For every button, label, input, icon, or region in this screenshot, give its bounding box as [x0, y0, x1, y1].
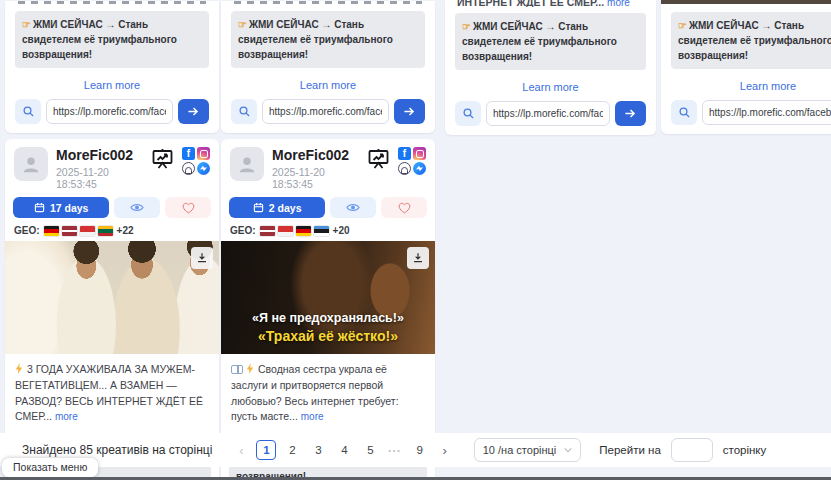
creative-timestamp: 2025-11-20 18:53:45: [56, 166, 150, 190]
per-page-value: 10 /на сторінці: [483, 444, 557, 456]
geo-label: GEO:: [230, 225, 256, 236]
overlay-line-1: «Я не предохранялась!»: [221, 310, 435, 327]
open-book-icon: [231, 365, 243, 374]
creative-card-partial: ИНТЕРНЕТ ЖДЁТ ЕЁ СМЕР... more ЖМИ СЕЙЧАС…: [445, 0, 656, 135]
chevron-down-icon: [564, 447, 572, 453]
stats-presentation-icon[interactable]: [366, 147, 391, 175]
cta-box: ЖМИ СЕЙЧАС → Стань свидетелем её триумфа…: [231, 11, 425, 68]
flag-de-icon: [296, 226, 311, 236]
results-count-text: Знайдено 85 креативів на сторінці: [22, 443, 212, 457]
stats-presentation-icon[interactable]: [150, 147, 175, 175]
open-url-button[interactable]: [615, 101, 646, 126]
learn-more-link[interactable]: Learn more: [300, 79, 356, 91]
column-3: ИНТЕРНЕТ ЖДЁТ ЕЁ СМЕР... more ЖМИ СЕЙЧАС…: [445, 0, 656, 135]
flag-lt-icon: [98, 226, 113, 236]
page-button-2[interactable]: 2: [282, 440, 302, 460]
lightning-icon: [246, 363, 254, 374]
facebook-icon[interactable]: f: [182, 147, 195, 160]
flag-ee-icon: [314, 226, 329, 236]
more-link[interactable]: more: [607, 0, 630, 7]
geo-flags: [44, 226, 113, 236]
views-eye-button[interactable]: [330, 197, 376, 218]
creative-card-partial: ЖМИ СЕЙЧАС → Стань свидетелем её триумфа…: [5, 1, 219, 133]
geo-label: GEO:: [14, 225, 40, 236]
search-icon[interactable]: [15, 99, 41, 124]
clipped-text-row: [18, 1, 206, 4]
clipped-text-row: ИНТЕРНЕТ ЖДЁТ ЕЁ СМЕР... more: [455, 0, 646, 7]
prev-page-button[interactable]: ‹: [232, 443, 250, 458]
creative-image: «Я не предохранялась!» «Трахай её жёстко…: [221, 241, 435, 354]
pointing-hand-icon: [462, 21, 471, 32]
profile-name: MoreFic002: [272, 147, 366, 163]
favorite-heart-button[interactable]: [165, 197, 211, 218]
instagram-icon[interactable]: [413, 147, 426, 160]
flag-de-icon: [44, 226, 59, 236]
creative-body-text: 3 ГОДА УХАЖИВАЛА ЗА МУЖЕМ-ВЕГЕТАТИВЦЕМ..…: [5, 354, 219, 431]
creative-body-text: Сводная сестра украла её заслуги и притв…: [221, 354, 435, 431]
views-eye-button[interactable]: [114, 197, 160, 218]
page-button-5[interactable]: 5: [360, 440, 380, 460]
learn-more-link[interactable]: Learn more: [84, 79, 140, 91]
geo-extra-count: +20: [333, 225, 350, 236]
pagination-ellipsis[interactable]: •••: [388, 447, 401, 454]
clipped-image-edge: [661, 0, 831, 4]
learn-more-link[interactable]: Learn more: [522, 81, 578, 93]
avatar: [230, 147, 264, 181]
landing-url-input[interactable]: [702, 100, 831, 125]
image-text-overlay: «Я не предохранялась!» «Трахай её жёстко…: [221, 310, 435, 346]
flag-rd-icon: [278, 226, 293, 236]
more-link[interactable]: more: [301, 411, 324, 422]
cta-text: ЖМИ СЕЙЧАС → Стань свидетелем её триумфа…: [678, 20, 831, 61]
creative-timestamp: 2025-11-20 18:53:45: [272, 166, 366, 190]
show-menu-button[interactable]: Показать меню: [2, 458, 98, 477]
cta-box: ЖМИ СЕЙЧАС → Стань свидетелем её триумфа…: [455, 13, 646, 70]
landing-url-input[interactable]: [262, 99, 389, 124]
next-page-button[interactable]: ›: [436, 443, 454, 458]
landing-url-input[interactable]: [486, 101, 610, 126]
landing-url-input[interactable]: [46, 99, 173, 124]
creative-image: [5, 241, 219, 354]
page-button-3[interactable]: 3: [308, 440, 328, 460]
column-2: ЖМИ СЕЙЧАС → Стань свидетелем её триумфа…: [221, 0, 435, 480]
facebook-icon[interactable]: f: [398, 147, 411, 160]
days-active-button[interactable]: 2 days: [229, 197, 325, 218]
goto-page-label: Перейти на: [599, 444, 661, 456]
favorite-heart-button[interactable]: [381, 197, 427, 218]
column-1: ЖМИ СЕЙЧАС → Стань свидетелем её триумфа…: [5, 0, 219, 480]
audience-network-icon[interactable]: [398, 162, 411, 175]
open-url-button[interactable]: [178, 99, 209, 124]
instagram-icon[interactable]: [197, 147, 210, 160]
flag-lv-icon: [62, 226, 77, 236]
pointing-hand-icon: [238, 19, 247, 30]
cta-text: ЖМИ СЕЙЧАС → Стань свидетелем её триумфа…: [462, 21, 617, 62]
messenger-icon[interactable]: [197, 162, 210, 175]
page-button-1[interactable]: 1: [256, 440, 276, 460]
geo-flags: [260, 226, 329, 236]
goto-page-input[interactable]: [671, 438, 713, 462]
search-icon[interactable]: [455, 101, 481, 126]
overlay-line-2: «Трахай её жёстко!»: [221, 327, 435, 346]
open-url-button[interactable]: [394, 99, 425, 124]
lightning-icon: [15, 363, 23, 374]
learn-more-link[interactable]: Learn more: [740, 80, 796, 92]
search-icon[interactable]: [231, 99, 257, 124]
column-4: ЖМИ СЕЙЧАС → Стань свидетелем её триумфа…: [661, 0, 831, 134]
messenger-icon[interactable]: [413, 162, 426, 175]
audience-network-icon[interactable]: [182, 162, 195, 175]
page-button-4[interactable]: 4: [334, 440, 354, 460]
pagination-bar: Знайдено 85 креативів на сторінці ‹ 1 2 …: [0, 433, 831, 467]
creative-card-partial: ЖМИ СЕЙЧАС → Стань свидетелем её триумфа…: [661, 0, 831, 134]
more-link[interactable]: more: [55, 411, 78, 422]
days-active-button[interactable]: 17 days: [13, 197, 109, 218]
download-image-button[interactable]: [407, 247, 429, 269]
goto-page-suffix: сторінку: [723, 444, 767, 456]
avatar: [14, 147, 48, 181]
page-button-last[interactable]: 9: [410, 440, 430, 460]
search-icon[interactable]: [671, 100, 697, 125]
download-image-button[interactable]: [191, 247, 213, 269]
creative-card-partial: ЖМИ СЕЙЧАС → Стань свидетелем её триумфа…: [221, 1, 435, 133]
profile-name: MoreFic002: [56, 147, 150, 163]
flag-lv-icon: [260, 226, 275, 236]
clipped-text-row: [234, 1, 422, 4]
per-page-select[interactable]: 10 /на сторінці: [474, 438, 582, 462]
